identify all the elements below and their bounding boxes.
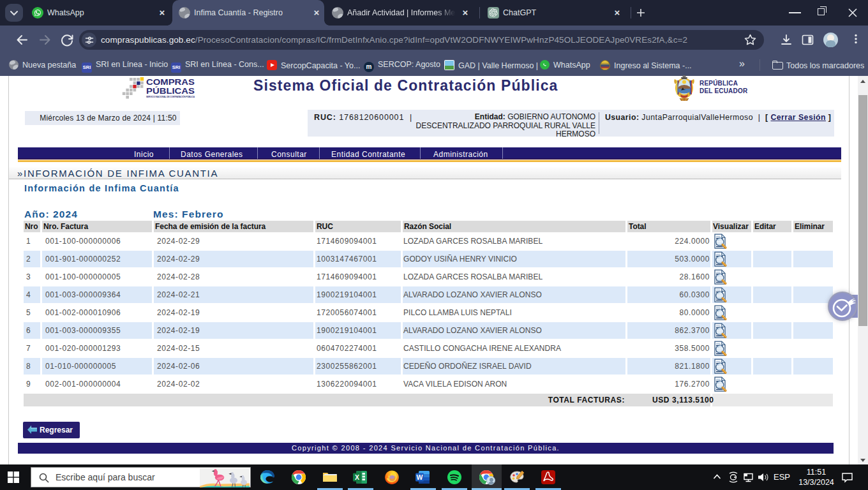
svg-text:PÚBLICAS: PÚBLICAS: [146, 86, 195, 96]
svg-text:SERVICIO NACIONAL DE CONTRATAC: SERVICIO NACIONAL DE CONTRATACIÓN PÚBLIC…: [146, 95, 195, 98]
svg-text:X: X: [355, 473, 359, 481]
svg-text:W: W: [417, 473, 423, 481]
